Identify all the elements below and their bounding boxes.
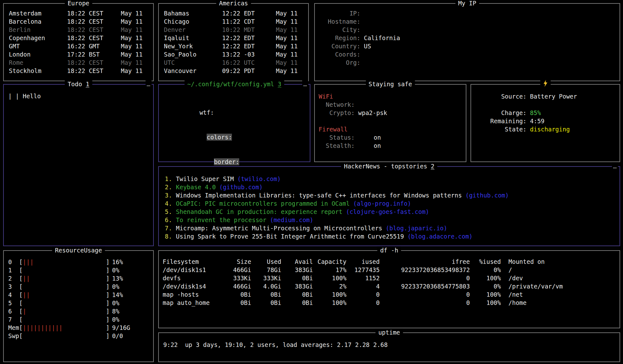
cell-mounted-on: /: [501, 266, 616, 274]
americas-clock-list: Bahamas 12:22 EDT May 11 Chicago 11:22 C…: [159, 4, 308, 77]
story-domain: (clojure-goes-fast.com): [346, 208, 429, 216]
meter-label: 6: [8, 307, 19, 315]
disk-table-row: map auto_home 0Bi 0Bi 0Bi 100% 0 0 100% …: [163, 299, 616, 307]
clock-city: London: [9, 50, 67, 58]
ip-detail-row: Country: US: [319, 42, 616, 50]
clock-date: May 11: [276, 50, 303, 58]
meter-value: 0%: [112, 266, 119, 274]
clock-row: New_York 12:22 EDT May 11: [164, 42, 303, 50]
config-indent: [199, 158, 214, 165]
firewall-detail-label: Stealth:: [319, 142, 355, 150]
clock-date: May 11: [121, 58, 148, 67]
clock-city: Copenhagen: [9, 34, 67, 42]
hackernews-story[interactable]: 2. Keybase 4.0 (github.com): [163, 183, 616, 191]
meter-label: Swp: [8, 332, 19, 340]
meter-value: 0%: [112, 282, 119, 291]
clock-time: 12:22 EDT: [222, 34, 276, 42]
hackernews-story[interactable]: 1. Twilio Super SIM (twilio.com): [163, 175, 616, 183]
meter-open-bracket: [: [19, 258, 22, 266]
meter-value: 0%: [112, 299, 119, 307]
meter-bars: [23, 299, 106, 307]
meter-open-bracket: [: [19, 315, 22, 324]
ip-detail-row: Region: California: [319, 34, 616, 42]
meter-close-bracket: ]: [106, 299, 109, 307]
config-line: colors:: [163, 125, 305, 149]
story-number: 2.: [163, 183, 172, 191]
story-title: Microamp: Asymmetric Multi-Processing on…: [176, 224, 382, 232]
cell-size: 0Bi: [216, 299, 251, 307]
ip-detail-value: US: [364, 42, 371, 50]
meter-open-bracket: [: [19, 307, 22, 315]
clock-city: Iqaluit: [164, 34, 222, 42]
battery-detail-value: discharging: [530, 125, 570, 133]
story-title: Keybase 4.0: [176, 183, 216, 191]
clock-city: GMT: [9, 42, 67, 50]
clock-time: 17:22 BST: [67, 50, 121, 58]
disk-free-panel: df -h Filesystem Size Used Avail Capacit…: [158, 250, 620, 328]
firewall-detail-row: Stealth: on: [319, 142, 462, 150]
ip-detail-row: IP:: [319, 9, 616, 17]
resource-meter-row: 7[]0%: [8, 315, 149, 324]
hackernews-story-list: 1. Twilio Super SIM (twilio.com) 2. Keyb…: [159, 167, 620, 243]
meter-open-bracket: [: [19, 274, 22, 282]
hackernews-story[interactable]: 6. To reinvent the processor (medium.com…: [163, 216, 616, 224]
clock-time: 11:22 CDT: [222, 17, 276, 26]
clock-row: Rome 18:22 CEST May 11: [9, 58, 148, 67]
todo-item[interactable]: | | Hello: [4, 85, 153, 107]
hackernews-story[interactable]: 3. Windows Implementation Libraries: typ…: [163, 191, 616, 199]
resource-meter-row: 0[|||]16%: [8, 258, 149, 266]
meter-label: 3: [8, 282, 19, 291]
meter-label: 1: [8, 266, 19, 274]
uptime-text: 9:22 up 3 days, 19:10, 2 users, load ave…: [159, 333, 620, 356]
firewall-detail-value: on: [374, 133, 381, 142]
cell-pct-iused: 100%: [470, 290, 501, 299]
clock-time: 18:22 CEST: [67, 26, 121, 34]
clock-row: Amsterdam 18:22 CEST May 11: [9, 9, 148, 17]
story-title: Using Spark to Prove 255-Bit Integer Ari…: [176, 232, 404, 240]
clock-city: Sao_Paolo: [164, 50, 222, 58]
wifi-detail-label: Network:: [319, 100, 355, 109]
hackernews-story[interactable]: 7. Microamp: Asymmetric Multi-Processing…: [163, 224, 616, 232]
cell-used: 0Bi: [251, 299, 281, 307]
ip-detail-label: City:: [319, 26, 360, 34]
cell-size: 0Bi: [216, 290, 251, 299]
clock-date: May 11: [276, 67, 303, 75]
story-domain: (blog.japaric.io): [386, 224, 447, 232]
clock-date: May 11: [121, 9, 148, 17]
story-domain: (twilio.com): [237, 175, 281, 183]
cell-avail: 0Bi: [281, 290, 313, 299]
story-number: 5.: [163, 208, 172, 216]
hackernews-story[interactable]: 5. Shenandoah GC in production: experien…: [163, 208, 616, 216]
clock-date: May 11: [276, 58, 303, 67]
clock-city: Berlin: [9, 26, 67, 34]
col-header-ifree: ifree: [380, 258, 470, 266]
battery-detail-label: Charge:: [475, 109, 526, 117]
story-number: 8.: [163, 232, 172, 240]
meter-open-bracket: [: [19, 332, 22, 340]
todo-panel[interactable]: Todo 1 … | | Hello: [3, 84, 154, 246]
europe-clocks-panel: Europe Amsterdam 18:22 CEST May 11 Barce…: [3, 3, 154, 81]
story-number: 7.: [163, 224, 172, 232]
config-file-panel[interactable]: ~/.config/wtf/config.yml 3 … wtf: colors…: [158, 84, 310, 162]
wifi-detail-row: Network:: [319, 100, 462, 109]
hackernews-panel[interactable]: HackerNews - topstories 2 … 1. Twilio Su…: [158, 166, 620, 246]
meter-value: 0%: [112, 315, 119, 324]
hackernews-story[interactable]: 8. Using Spark to Prove 255-Bit Integer …: [163, 232, 616, 240]
clock-time: 18:22 CEST: [67, 9, 121, 17]
cell-used: 78Gi: [251, 266, 281, 274]
disk-free-table: Filesystem Size Used Avail Capacity iuse…: [159, 251, 620, 309]
cell-capacity: 17%: [313, 266, 346, 274]
meter-value: 13%: [112, 274, 123, 282]
battery-detail-label: Remaining:: [475, 117, 526, 125]
wifi-detail-label: Crypto:: [319, 109, 355, 117]
cell-capacity: 100%: [313, 290, 346, 299]
story-title: Shenandoah GC in production: experience …: [176, 208, 342, 216]
clock-row: Barcelona 18:22 CEST May 11: [9, 17, 148, 26]
hackernews-story[interactable]: 4. OCaPIC: PIC microcontrollers programm…: [163, 199, 616, 208]
ip-detail-row: Org:: [319, 58, 616, 67]
meter-bars: |||: [23, 258, 106, 266]
cell-used: 4.0Gi: [251, 282, 281, 290]
battery-detail-value: 85%: [530, 109, 541, 117]
meter-label: 0: [8, 258, 19, 266]
firewall-detail-row: Status: on: [319, 133, 462, 142]
